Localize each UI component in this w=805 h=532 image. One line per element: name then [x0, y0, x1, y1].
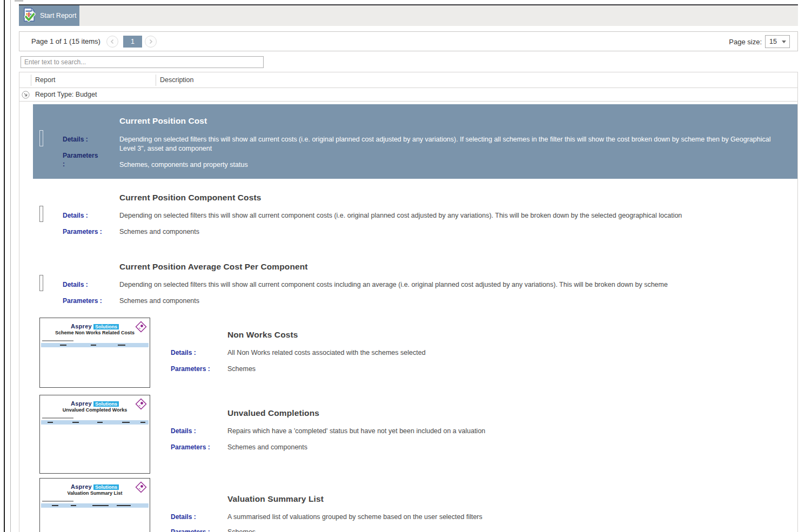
brand-name: Asprey: [71, 323, 92, 329]
details-label: Details :: [171, 427, 222, 435]
parameters-label: Parameters :: [63, 297, 114, 305]
parameters-value: Schemes and components: [119, 297, 199, 306]
brand-line: Asprey Solutions: [40, 483, 150, 490]
chevron-left-icon: [110, 39, 115, 44]
report-row-current-position-cost[interactable]: Current Position Cost Details : Dependin…: [33, 104, 798, 179]
page-size-select[interactable]: 15: [765, 35, 790, 48]
details-value: Depending on selected filters this will …: [119, 211, 774, 220]
report-row-non-works-costs[interactable]: Asprey Solutions Scheme Non Works Relate…: [33, 315, 798, 392]
empty-thumbnail: [39, 206, 43, 222]
report-thumbnail: Asprey Solutions Valuation Summary List: [39, 478, 150, 532]
splitter-tick: [15, 0, 23, 2]
window-edge-line: [4, 0, 5, 532]
report-row-component-costs[interactable]: Current Position Component Costs Details…: [33, 179, 798, 247]
chevron-right-icon: [148, 39, 153, 44]
next-page-button[interactable]: [145, 36, 157, 48]
details-label: Details :: [171, 513, 222, 521]
details-value: All Non Works related costs associated w…: [227, 348, 774, 358]
report-title: Non Works Costs: [227, 330, 298, 340]
thumbnail-header-bar: [41, 503, 149, 508]
empty-thumbnail: [39, 130, 43, 146]
asprey-stamp-icon: [135, 321, 147, 335]
parameters-label: Parameters :: [63, 227, 114, 236]
start-report-button[interactable]: Start Report: [19, 5, 79, 26]
parameters-value: Schemes and components: [227, 443, 307, 452]
parameters-label: Parameters :: [63, 151, 100, 169]
group-row-budget[interactable]: Report Type: Budget: [19, 88, 797, 102]
asprey-stamp-icon: [135, 481, 147, 495]
dropdown-caret-icon: [782, 41, 786, 43]
page-number-button[interactable]: 1: [123, 36, 142, 48]
parameters-value: Schemes: [227, 365, 256, 374]
details-value: Depending on selected filters this will …: [119, 280, 774, 289]
report-title: Current Position Component Costs: [119, 193, 261, 203]
group-label: Report Type: Budget: [35, 91, 97, 98]
report-row-valuation-summary-list[interactable]: Asprey Solutions Valuation Summary List …: [33, 475, 798, 532]
details-label: Details :: [63, 135, 100, 144]
details-value: A summarised list of valuations grouped …: [227, 513, 774, 522]
empty-thumbnail: [39, 275, 43, 291]
brand-name: Asprey: [71, 483, 92, 490]
previous-page-button[interactable]: [106, 36, 118, 48]
start-report-icon: [22, 8, 36, 24]
report-thumbnail: Asprey Solutions Scheme Non Works Relate…: [39, 318, 150, 388]
window-edge-line-2: [10, 0, 11, 532]
column-separator: [31, 75, 31, 86]
thumbnail-header-bar: [41, 343, 149, 347]
parameters-label: Parameters :: [171, 443, 222, 452]
report-title: Current Position Average Cost Per Compon…: [119, 262, 308, 272]
thumbnail-doc-title: Unvalued Completed Works: [40, 407, 150, 413]
pager-panel: Page 1 of 1 (15 items) 1 Page size: 15: [19, 31, 798, 51]
brand-line: Asprey Solutions: [40, 323, 150, 329]
brand-suffix: Solutions: [93, 401, 119, 407]
parameters-value: Schemes, components and property status: [119, 160, 248, 170]
column-header-report[interactable]: Report: [35, 76, 56, 84]
micro-text-line: [42, 417, 73, 419]
details-label: Details :: [63, 211, 114, 220]
parameters-value: Schemes and components: [119, 227, 199, 237]
column-header-description[interactable]: Description: [160, 76, 194, 84]
report-thumbnail: Asprey Solutions Unvalued Completed Work…: [39, 395, 150, 474]
parameters-label: Parameters :: [171, 365, 222, 373]
page-size-value: 15: [769, 38, 777, 45]
report-title: Valuation Summary List: [227, 494, 324, 504]
micro-text-line: [42, 501, 73, 502]
details-label: Details :: [63, 280, 114, 289]
thumbnail-doc-title: Scheme Non Works Related Costs: [40, 330, 150, 335]
parameters-value: Schemes: [227, 528, 256, 532]
brand-suffix: Solutions: [93, 324, 119, 329]
start-report-label: Start Report: [40, 12, 76, 19]
page-size-control: Page size: 15: [729, 35, 790, 48]
micro-text-line: [42, 340, 73, 341]
report-row-unvalued-completions[interactable]: Asprey Solutions Unvalued Completed Work…: [33, 392, 798, 475]
parameters-label: Parameters :: [171, 528, 222, 532]
brand-line: Asprey Solutions: [40, 400, 150, 407]
toolbar: Start Report: [19, 4, 798, 26]
report-row-average-cost[interactable]: Current Position Average Cost Per Compon…: [33, 247, 798, 315]
thumbnail-header-bar: [41, 420, 149, 425]
report-title: Current Position Cost: [119, 116, 207, 126]
collapse-group-icon[interactable]: [22, 91, 30, 101]
details-value: Repairs which have a 'completed' status …: [227, 427, 774, 436]
brand-suffix: Solutions: [93, 484, 119, 490]
thumbnail-doc-title: Valuation Summary List: [40, 490, 150, 496]
search-input[interactable]: [21, 56, 264, 68]
pager-status: Page 1 of 1 (15 items): [31, 37, 100, 45]
asprey-stamp-icon: [135, 398, 147, 412]
report-grid: Report Description Report Type: Budget C…: [19, 72, 798, 532]
grid-header-row: Report Description: [19, 72, 797, 88]
report-title: Unvalued Completions: [227, 408, 319, 418]
page-size-label: Page size:: [729, 38, 762, 46]
details-value: Depending on selected filters this will …: [119, 135, 774, 153]
details-label: Details :: [171, 348, 222, 357]
brand-name: Asprey: [71, 400, 92, 407]
column-separator: [156, 75, 156, 86]
